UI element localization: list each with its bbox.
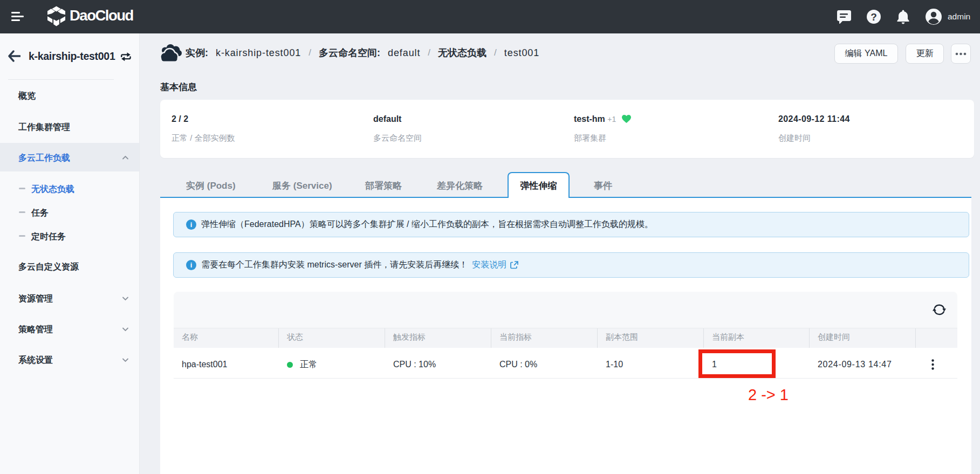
svg-text:?: ?: [871, 11, 877, 23]
